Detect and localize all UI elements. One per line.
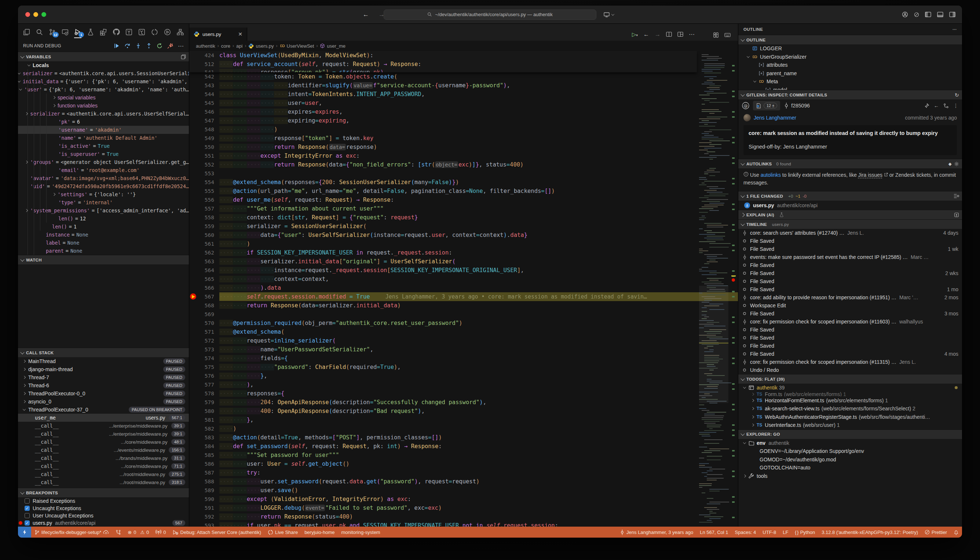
run-python-file-icon[interactable]: ▷▾ bbox=[632, 31, 638, 38]
notifications-bell[interactable] bbox=[950, 527, 962, 538]
code-line-546[interactable]: 546····················expires=expires, bbox=[189, 107, 738, 116]
todos-section-header[interactable]: TODOS: FLAT (39) bbox=[738, 374, 962, 383]
activity-files-icon[interactable] bbox=[22, 26, 32, 38]
problems-status[interactable]: ⊗0⚠0 bbox=[124, 527, 152, 538]
code-line-562[interactable]: 562········if SESSION_KEY_IMPERSONATE_US… bbox=[189, 248, 738, 257]
outline-item[interactable]: model bbox=[738, 86, 962, 90]
breadcrumb-item[interactable]: api bbox=[236, 43, 242, 49]
manage-icon[interactable] bbox=[914, 12, 919, 17]
file-changed-section-header[interactable]: 1 FILE CHANGED +0 ~1 -0 bbox=[738, 191, 962, 201]
todo-file-row[interactable]: TSHorizontalFormElement.ts (web/src/elem… bbox=[738, 397, 962, 405]
back-icon[interactable]: ← bbox=[934, 103, 939, 108]
code-line-572[interactable]: 572········request=inline_serializer( bbox=[189, 336, 738, 345]
variable-row[interactable]: 'pk'=6 bbox=[18, 118, 189, 126]
variable-row[interactable]: 'email'='root@example.com' bbox=[18, 166, 189, 174]
variable-row[interactable]: 'groups'=<generator object UserSelfSeria… bbox=[18, 158, 189, 166]
activity-run-and-debug-icon[interactable]: 1 bbox=[73, 26, 83, 38]
variable-row[interactable]: 'avatar'='data:image/svg+xml;base64,PHN2… bbox=[18, 174, 189, 182]
language-mode[interactable]: { }Python bbox=[792, 527, 818, 538]
stack-frame-row[interactable]: __call__.../core/middleware.py48:1 bbox=[18, 438, 189, 446]
timeline-item[interactable]: File Saved bbox=[738, 342, 962, 350]
nav-back-icon[interactable]: ← bbox=[643, 31, 649, 38]
code-line-584[interactable]: 584····def set_password(self, request: R… bbox=[189, 442, 738, 451]
code-line-588[interactable]: 588············user.set_password(request… bbox=[189, 477, 738, 486]
code-line-543[interactable]: 543····················identifier=slugif… bbox=[189, 81, 738, 90]
open-changes-icon[interactable] bbox=[713, 32, 719, 38]
minimize-window-button[interactable] bbox=[33, 12, 38, 17]
thread-row[interactable]: ThreadPoolExecutor-37_0PAUSED ON BREAKPO… bbox=[18, 406, 189, 414]
more-actions-icon[interactable]: ⋮ bbox=[953, 103, 958, 108]
variable-row[interactable]: 'is_active'=True bbox=[18, 142, 189, 150]
gitlens-section-header[interactable]: GITLENS: INSPECT: COMMIT DETAILS ↻ bbox=[738, 90, 962, 99]
activity-testing-icon[interactable] bbox=[85, 26, 96, 38]
stack-frame-row[interactable]: __call__.../enterprise/middleware.py39:1 bbox=[18, 422, 189, 430]
layout-sidebar-left-icon[interactable] bbox=[925, 12, 931, 17]
variable-row[interactable]: 'settings'={'locale': ''} bbox=[18, 190, 189, 198]
code-line-548[interactable]: 548················) bbox=[189, 125, 738, 134]
code-line-547[interactable]: 547····················expiring=expiring… bbox=[189, 116, 738, 125]
refresh-icon[interactable]: ↻ bbox=[955, 92, 959, 98]
stack-frame-row[interactable]: user_meusers.py567:1 bbox=[18, 414, 189, 422]
timeline-item[interactable]: File Saved1 wk bbox=[738, 245, 962, 253]
code-line-568[interactable]: 568········return Response(data=serializ… bbox=[189, 301, 738, 310]
code-line-554[interactable]: 554····@extend_schema(responses={200: Se… bbox=[189, 178, 738, 187]
code-line-581[interactable]: 581········}, bbox=[189, 415, 738, 424]
autolinks-diamond-icon[interactable]: ◆ bbox=[948, 162, 952, 167]
code-line-424[interactable]: 424class UserViewSet(UsedByMixin, ModelV… bbox=[189, 51, 697, 60]
explain-settings-icon[interactable] bbox=[954, 212, 959, 217]
outline-item[interactable]: LOGGER bbox=[738, 44, 962, 53]
cursor-position[interactable]: Ln 567, Col 1 bbox=[697, 527, 731, 538]
breadcrumb-item[interactable]: authentik bbox=[196, 43, 215, 49]
timeline-item[interactable]: File Saved bbox=[738, 326, 962, 334]
code-line-575[interactable]: 575················"password": CharField… bbox=[189, 363, 738, 372]
commit-message[interactable]: core: mark session as modified instead o… bbox=[743, 125, 957, 155]
breadcrumb-item[interactable]: core bbox=[221, 43, 230, 49]
command-center[interactable]: ~/dev/authentik/authentik/core/api/users… bbox=[383, 10, 597, 20]
blame-status[interactable]: Jens Langhammer, 3 years ago bbox=[617, 527, 697, 538]
breadcrumb-item[interactable]: user_me bbox=[320, 43, 345, 49]
code-line-565[interactable]: 565················context=context, bbox=[189, 275, 738, 283]
timeline-item[interactable]: core: fix permission check for scoped im… bbox=[738, 318, 962, 326]
autolinks-section-header[interactable]: AUTOLINKS 0 found ◆ bbox=[738, 159, 962, 168]
code-line-577[interactable]: 577········), bbox=[189, 380, 738, 389]
settings-gear-icon[interactable] bbox=[954, 162, 959, 167]
commit-ref[interactable]: f285096 bbox=[784, 103, 810, 108]
variable-row[interactable]: 'system_permissions'=['access_admin_inte… bbox=[18, 207, 189, 215]
outline-section-header[interactable]: OUTLINE bbox=[738, 35, 962, 44]
live-share-status[interactable]: Live Share bbox=[265, 527, 301, 538]
maximize-window-button[interactable] bbox=[42, 12, 46, 17]
formatter-status[interactable]: Prettier bbox=[921, 527, 950, 538]
stack-frame-row[interactable]: __call__.../root/middleware.py275:1 bbox=[18, 470, 189, 478]
timeline-item[interactable]: File Saved1 mo bbox=[738, 285, 962, 293]
code-line-550[interactable]: 550················return Response(data=… bbox=[189, 143, 738, 152]
breakpoint-toggle-row[interactable]: ✓Uncaught Exceptions bbox=[18, 505, 189, 512]
layout-sidebar-right-icon[interactable] bbox=[949, 12, 955, 17]
variable-row[interactable]: instance=None bbox=[18, 231, 189, 239]
variable-row[interactable]: parent=None bbox=[18, 247, 189, 255]
activity-extensions-icon[interactable] bbox=[98, 26, 108, 38]
ports-status[interactable]: 0 bbox=[152, 527, 169, 538]
activity-source-control-icon[interactable]: 12 bbox=[47, 26, 58, 38]
view-as-tree-icon[interactable] bbox=[953, 193, 959, 198]
activity-org-chart-icon[interactable] bbox=[175, 26, 185, 38]
host1-status[interactable]: beryjuio-home bbox=[301, 527, 338, 538]
screencast-icon[interactable] bbox=[604, 12, 610, 17]
code-line-542[interactable]: 542················token: Token = Token.… bbox=[189, 72, 738, 81]
remote-indicator[interactable] bbox=[18, 527, 31, 538]
stack-frame-row[interactable]: __call__.../events/middleware.py156:1 bbox=[18, 446, 189, 454]
stack-frame-row[interactable]: __call__.../core/middleware.py71:1 bbox=[18, 462, 189, 470]
timeline-item[interactable]: File Saved3 mos bbox=[738, 310, 962, 318]
collapse-all-icon[interactable] bbox=[181, 54, 186, 59]
todo-file-row[interactable]: TSForm.ts (web/src/elements/forms)1 bbox=[738, 392, 962, 397]
nav-forward-icon[interactable]: → bbox=[655, 31, 660, 38]
code-line-582[interactable]: 582····) bbox=[189, 424, 738, 433]
code-line-567[interactable]: 567········self.request.session.modified… bbox=[189, 292, 738, 301]
debug-restart-icon[interactable] bbox=[157, 43, 162, 49]
variable-row[interactable]: 'name'='authentik Default Admin' bbox=[18, 134, 189, 142]
code-line-561[interactable]: 561········) bbox=[189, 240, 738, 248]
code-line-576[interactable]: 576············}, bbox=[189, 372, 738, 380]
code-line-591[interactable]: 591············LOGGER.debug(event="Faile… bbox=[189, 503, 738, 512]
code-line-541[interactable]: 541············response["group_pk"] = st… bbox=[189, 68, 697, 72]
stack-frame-row[interactable]: __call__.../root/middleware.py318:1 bbox=[18, 478, 189, 486]
jira-issues-link[interactable]: Jira issues bbox=[858, 172, 882, 178]
